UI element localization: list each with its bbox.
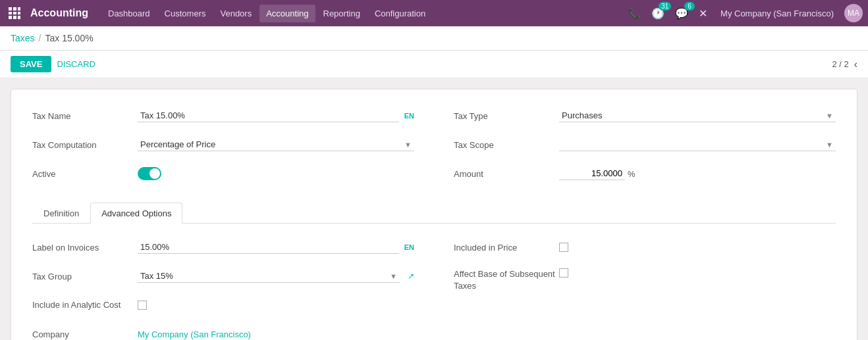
close-icon[interactable]: ✕: [696, 5, 710, 22]
tax-type-label: Tax Type: [454, 111, 559, 121]
form-card: Tax Name EN Tax Computation Percentage o…: [11, 89, 857, 340]
tax-computation-row: Tax Computation Percentage of Price ▼: [32, 134, 414, 155]
svg-rect-5: [18, 12, 20, 14]
tax-scope-label: Tax Scope: [454, 140, 559, 150]
label-on-invoices-lang-badge[interactable]: EN: [404, 243, 414, 251]
tax-name-label: Tax Name: [32, 111, 138, 121]
include-analytic-row: Include in Analytic Cost: [32, 295, 414, 316]
svg-rect-0: [9, 7, 12, 11]
tax-scope-select[interactable]: [559, 138, 836, 151]
company-link[interactable]: My Company (San Francisco): [138, 329, 251, 339]
tax-group-select[interactable]: Tax 15%: [138, 270, 400, 283]
nav-customers[interactable]: Customers: [158, 5, 213, 22]
tax-name-value-wrap: EN: [138, 109, 414, 122]
toolbar-actions: SAVE DISCARD: [11, 56, 95, 72]
tax-computation-label: Tax Computation: [32, 140, 138, 150]
amount-input[interactable]: [559, 167, 625, 180]
advanced-right-column: Included in Price Affect Base of Subsequ…: [454, 237, 836, 340]
label-on-invoices-label: Label on Invoices: [32, 243, 138, 253]
nav-reporting[interactable]: Reporting: [317, 5, 367, 22]
include-analytic-label: Include in Analytic Cost: [32, 300, 138, 311]
svg-rect-4: [13, 12, 16, 14]
tax-type-select[interactable]: Purchases: [559, 109, 836, 122]
tab-advanced-options[interactable]: Advanced Options: [90, 203, 182, 224]
form-toolbar: SAVE DISCARD 2 / 2 ‹: [0, 51, 868, 78]
active-label: Active: [32, 169, 138, 179]
affect-base-row: Affect Base of Subsequent Taxes: [454, 266, 836, 292]
included-in-price-checkbox[interactable]: [559, 243, 568, 252]
page-counter: 2 / 2: [832, 59, 848, 69]
label-on-invoices-input[interactable]: [138, 241, 399, 254]
nav-menu: Dashboard Customers Vendors Accounting R…: [101, 5, 625, 22]
tax-scope-value-wrap: ▼: [559, 138, 836, 151]
label-on-invoices-row: Label on Invoices EN: [32, 237, 414, 258]
nav-dashboard[interactable]: Dashboard: [101, 5, 157, 22]
toggle-knob: [149, 168, 160, 179]
tabs-bar: Definition Advanced Options: [32, 203, 836, 224]
affect-base-label: Affect Base of Subsequent Taxes: [454, 268, 559, 292]
svg-rect-6: [9, 16, 12, 19]
nav-accounting[interactable]: Accounting: [259, 5, 315, 22]
affect-base-checkbox[interactable]: [559, 268, 568, 278]
messages-icon[interactable]: 💬 6: [672, 5, 691, 22]
main-content: Tax Name EN Tax Computation Percentage o…: [0, 78, 868, 340]
amount-label: Amount: [454, 169, 559, 179]
tax-group-value-wrap: Tax 15% ▼ ↗: [138, 270, 414, 283]
tax-computation-select-wrap: Percentage of Price ▼: [138, 138, 414, 151]
messages-badge: 6: [684, 2, 695, 11]
tax-type-select-wrap: Purchases ▼: [559, 109, 836, 122]
amount-value-wrap: %: [559, 167, 836, 180]
nav-vendors[interactable]: Vendors: [213, 5, 258, 22]
included-in-price-row: Included in Price: [454, 237, 836, 258]
activity-icon[interactable]: 🕐 31: [649, 5, 667, 22]
active-row: Active: [32, 163, 414, 184]
svg-rect-2: [18, 7, 20, 11]
company-value-wrap: My Company (San Francisco): [138, 329, 414, 339]
active-toggle[interactable]: [138, 167, 161, 180]
company-label: Company: [32, 329, 138, 339]
tax-computation-value-wrap: Percentage of Price ▼: [138, 138, 414, 151]
form-right-column: Tax Type Purchases ▼ Tax Scope: [454, 105, 836, 192]
tax-name-input[interactable]: [138, 109, 399, 122]
save-button[interactable]: SAVE: [11, 56, 51, 72]
tax-name-row: Tax Name EN: [32, 105, 414, 126]
label-on-invoices-value-wrap: EN: [138, 241, 414, 254]
active-toggle-wrap: [138, 167, 414, 180]
svg-rect-3: [9, 12, 12, 14]
form-left-column: Tax Name EN Tax Computation Percentage o…: [32, 105, 414, 192]
included-in-price-label: Included in Price: [454, 243, 559, 253]
tab-definition[interactable]: Definition: [32, 203, 90, 224]
included-in-price-value-wrap: [559, 243, 836, 252]
svg-rect-8: [18, 16, 20, 19]
tax-scope-row: Tax Scope ▼: [454, 134, 836, 155]
nav-configuration[interactable]: Configuration: [368, 5, 432, 22]
breadcrumb: Taxes / Tax 15.00%: [0, 26, 868, 51]
tax-name-lang-badge[interactable]: EN: [404, 112, 414, 120]
prev-record-button[interactable]: ‹: [854, 59, 857, 70]
company-name: My Company (San Francisco): [720, 9, 834, 18]
breadcrumb-parent[interactable]: Taxes: [11, 33, 35, 43]
activity-badge: 31: [659, 2, 671, 11]
svg-rect-1: [13, 7, 16, 11]
tax-group-select-wrap: Tax 15% ▼: [138, 270, 400, 283]
include-analytic-checkbox[interactable]: [138, 301, 147, 310]
form-top-section: Tax Name EN Tax Computation Percentage o…: [32, 105, 836, 192]
advanced-left-column: Label on Invoices EN Tax Group Tax 15% ▼: [32, 237, 414, 340]
breadcrumb-current: Tax 15.00%: [45, 33, 93, 43]
tax-computation-select[interactable]: Percentage of Price: [138, 138, 414, 151]
tax-group-row: Tax Group Tax 15% ▼ ↗: [32, 266, 414, 287]
brand-name: Accounting: [30, 7, 88, 19]
tax-group-external-link-icon[interactable]: ↗: [408, 272, 414, 281]
tax-scope-select-wrap: ▼: [559, 138, 836, 151]
tax-group-label: Tax Group: [32, 272, 138, 281]
tax-type-value-wrap: Purchases ▼: [559, 109, 836, 122]
toggle-track[interactable]: [138, 167, 161, 180]
breadcrumb-separator: /: [39, 33, 41, 43]
nav-right: 📞 🕐 31 💬 6 ✕ My Company (San Francisco) …: [625, 4, 863, 22]
discard-button[interactable]: DISCARD: [57, 59, 95, 69]
user-avatar[interactable]: MA: [844, 4, 863, 22]
affect-base-value-wrap: [559, 268, 836, 278]
grid-menu-icon[interactable]: [5, 4, 24, 22]
tab-advanced-content: Label on Invoices EN Tax Group Tax 15% ▼: [32, 237, 836, 340]
phone-icon[interactable]: 📞: [625, 5, 643, 22]
